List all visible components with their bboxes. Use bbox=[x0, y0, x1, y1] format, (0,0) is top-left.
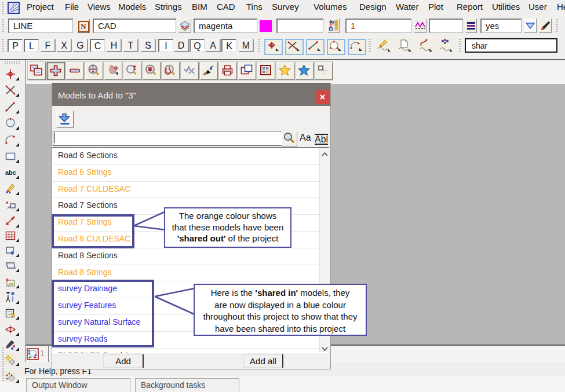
svg-text:z: z bbox=[332, 20, 335, 25]
svg-text:abc: abc bbox=[5, 169, 16, 176]
